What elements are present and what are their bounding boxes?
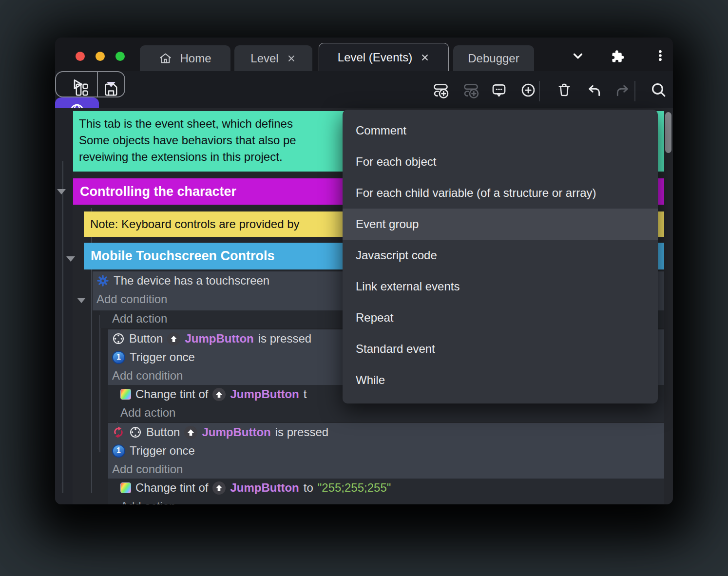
action-row-change-tint[interactable]: Change tint of JumpButton to "255;255;25… [108,479,664,497]
window-controls [76,52,125,61]
add-condition-link[interactable]: Add condition [108,460,664,479]
tab-label: Home [180,52,211,65]
indent-guide [99,315,100,452]
object-name: JumpButton [185,332,253,346]
tint-color-icon [120,389,131,400]
menu-item-repeat[interactable]: Repeat [343,302,658,333]
gear-icon [96,274,109,287]
menu-item-for-each-child-variable[interactable]: For each child variable (of a structure … [343,177,658,209]
more-menu-kebab-icon[interactable] [653,49,667,62]
menu-item-javascript-code[interactable]: Javascript code [343,240,658,271]
zoom-window-button[interactable] [115,52,125,61]
tab-level[interactable]: Level [234,45,312,71]
button-control-icon [112,332,125,345]
trigger-once-icon: 1 [112,351,125,364]
trigger-once-icon: 1 [112,444,125,458]
divider [634,81,635,101]
collapse-arrow-icon[interactable] [66,256,75,262]
action-text: t [304,387,307,401]
collapse-arrow-icon[interactable] [57,189,66,194]
condition-row-trigger-once[interactable]: 1 Trigger once [108,442,664,460]
indent-guide [62,161,63,493]
add-event-icon[interactable] [433,82,449,98]
event-sheet-margin [55,108,73,504]
action-text: Change tint of [135,481,208,495]
subevent-actions: Change tint of JumpButton to "255;255;25… [108,479,664,504]
tab-label: Level (Events) [338,51,412,64]
tab-debugger[interactable]: Debugger [453,45,534,71]
subevent-conditions: Button JumpButton is pressed 1 Trigger o… [108,423,664,479]
condition-text: Button [129,332,163,346]
add-circle-icon[interactable] [520,82,536,98]
title-bar: Home Level Level (Events) Debugger [55,38,673,71]
tab-level-events-active[interactable]: Level (Events) [319,43,449,71]
object-name: JumpButton [230,387,299,401]
add-action-link[interactable]: Add action [108,403,664,422]
undo-icon[interactable] [586,82,602,98]
chevron-down-icon[interactable] [571,49,585,63]
object-name: JumpButton [230,481,299,495]
add-comment-icon[interactable] [491,82,507,98]
close-window-button[interactable] [76,52,85,61]
tab-home[interactable]: Home [140,45,230,71]
menu-item-for-each-object[interactable]: For each object [343,146,658,177]
condition-text: The device has a touchscreen [114,274,269,288]
condition-text: Button [146,425,180,439]
note-text: Note: Keyboard controls are provided by [90,217,300,231]
collapse-arrow-icon[interactable] [77,298,86,303]
condition-text: is pressed [275,425,328,439]
object-thumbnail-arrow-icon [212,388,226,401]
string-value: "255;255;255" [318,481,391,495]
tab-close-icon[interactable] [420,53,430,62]
tab-label: Debugger [468,52,519,65]
button-control-icon [129,426,142,439]
action-text: Change tint of [135,387,208,401]
add-event-context-menu: Comment For each object For each child v… [343,110,658,403]
tint-color-icon [120,482,131,493]
condition-text: is pressed [258,332,311,346]
object-thumbnail-arrow-icon [212,481,226,495]
save-icon[interactable] [104,82,118,97]
object-thumbnail-arrow-icon [167,332,180,346]
object-thumbnail-arrow-icon [184,426,197,439]
menu-item-standard-event[interactable]: Standard event [343,333,658,365]
add-action-link[interactable]: Add action [108,497,664,504]
condition-text: Trigger once [130,444,195,458]
menu-item-comment[interactable]: Comment [343,115,658,146]
inverted-condition-icon [112,426,125,439]
menu-item-event-group[interactable]: Event group [343,209,658,240]
trash-icon[interactable] [557,82,572,97]
extensions-puzzle-icon[interactable] [611,49,625,63]
search-icon[interactable] [651,82,667,98]
home-icon [159,52,172,65]
redo-icon[interactable] [615,82,631,98]
divider [539,81,540,101]
toolbar [55,71,673,108]
menu-item-while[interactable]: While [343,365,658,396]
layout-dashboard-icon[interactable] [75,82,89,97]
scrollbar-thumb[interactable] [665,112,671,153]
app-window: Home Level Level (Events) Debugger [55,38,673,504]
tab-label: Level [250,52,278,65]
condition-text: Trigger once [130,350,195,364]
minimize-window-button[interactable] [96,52,105,61]
menu-item-link-external-events[interactable]: Link external events [343,271,658,302]
object-name: JumpButton [202,425,270,439]
add-subevent-icon[interactable] [463,82,479,98]
tab-close-icon[interactable] [287,54,296,63]
condition-row-button-pressed-inverted[interactable]: Button JumpButton is pressed [108,423,664,442]
action-text: to [304,481,313,495]
